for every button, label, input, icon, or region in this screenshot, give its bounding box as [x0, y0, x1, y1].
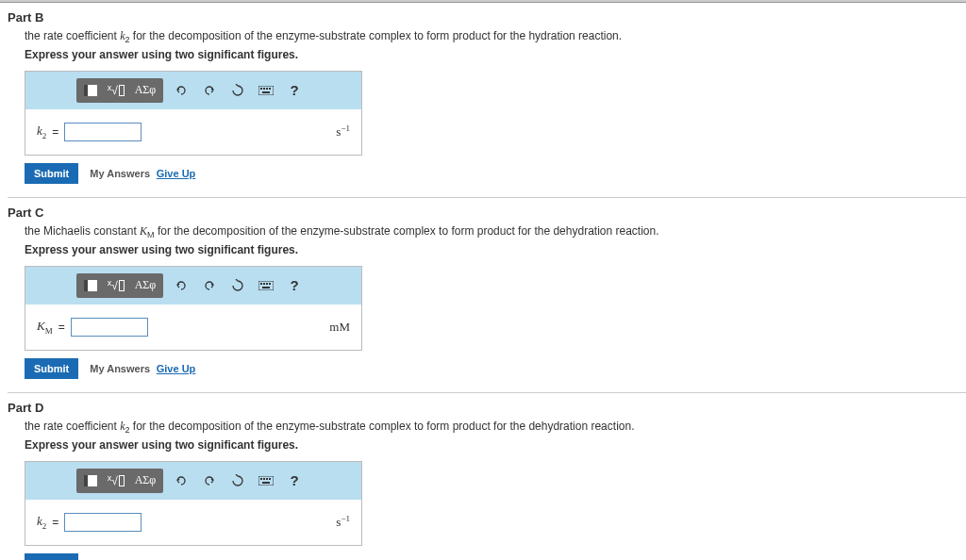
svg-rect-10: [258, 281, 274, 290]
input-row: k2 = s−1: [25, 500, 361, 545]
svg-rect-12: [263, 283, 265, 285]
svg-rect-13: [266, 283, 268, 285]
svg-rect-7: [262, 91, 270, 93]
desc-pre: the rate coefficient: [25, 420, 120, 433]
svg-rect-18: [258, 476, 274, 486]
svg-rect-3: [260, 88, 262, 90]
answer-input[interactable]: [64, 123, 142, 141]
submit-button[interactable]: Submit: [25, 358, 78, 379]
desc-post: for the decomposition of the enzyme-subs…: [130, 29, 623, 42]
part-instruction: Express your answer using two significan…: [25, 48, 966, 61]
equation-toolbar: x√ ΑΣφ ?: [25, 267, 361, 305]
equation-toolbar: x√ ΑΣφ ?: [25, 72, 361, 109]
action-row: Submit My Answers Give Up: [25, 163, 966, 184]
reset-button[interactable]: [227, 470, 248, 491]
toolbar-group-dark: x√ ΑΣφ: [76, 78, 163, 103]
action-row: Submit My Answers Give Up: [25, 553, 966, 560]
svg-rect-4: [263, 88, 265, 90]
svg-rect-1: [84, 85, 88, 96]
template-button[interactable]: [78, 80, 103, 101]
svg-rect-17: [84, 475, 88, 486]
answer-input[interactable]: [64, 513, 142, 532]
undo-button[interactable]: [171, 275, 192, 296]
svg-rect-5: [266, 88, 268, 90]
part-d: Part D the rate coefficient k2 for the d…: [0, 393, 966, 560]
links-group: My Answers Give Up: [90, 167, 195, 180]
svg-rect-9: [84, 280, 88, 291]
my-answers-link[interactable]: My Answers: [90, 363, 150, 374]
reset-button[interactable]: [227, 275, 248, 296]
submit-button[interactable]: Submit: [25, 163, 78, 184]
desc-pre: the rate coefficient: [25, 29, 120, 42]
greek-button[interactable]: ΑΣφ: [129, 80, 161, 101]
action-row: Submit My Answers Give Up: [25, 358, 966, 379]
my-answers-link[interactable]: My Answers: [90, 168, 150, 179]
greek-button[interactable]: ΑΣφ: [129, 470, 161, 491]
part-c: Part C the Michaelis constant KM for the…: [0, 198, 966, 393]
part-body: the rate coefficient k2 for the decompos…: [8, 419, 966, 560]
keyboard-button[interactable]: [256, 470, 276, 491]
svg-rect-19: [260, 478, 262, 480]
part-description: the rate coefficient k2 for the decompos…: [25, 419, 966, 436]
input-row: k2 = s−1: [25, 109, 361, 155]
svg-rect-11: [260, 283, 262, 285]
part-body: the Michaelis constant KM for the decomp…: [8, 223, 966, 393]
input-row: KM = mM: [25, 305, 361, 350]
unit-label: s−1: [336, 514, 350, 530]
template-button[interactable]: [78, 470, 103, 491]
help-button[interactable]: ?: [284, 80, 305, 101]
svg-rect-22: [269, 478, 271, 480]
svg-rect-20: [263, 478, 265, 480]
answer-box: x√ ΑΣφ ? KM = mM: [25, 266, 362, 351]
help-button[interactable]: ?: [284, 275, 305, 296]
svg-rect-15: [262, 287, 270, 288]
svg-rect-6: [269, 88, 271, 90]
unit-label: mM: [329, 319, 350, 335]
desc-post: for the decomposition of the enzyme-subs…: [130, 420, 635, 433]
greek-button[interactable]: ΑΣφ: [129, 275, 161, 296]
redo-button[interactable]: [199, 80, 220, 101]
math-button[interactable]: x√: [104, 275, 128, 296]
redo-button[interactable]: [199, 470, 220, 491]
answer-input[interactable]: [71, 318, 148, 337]
part-b: Part B the rate coefficient k2 for the d…: [0, 3, 966, 198]
undo-button[interactable]: [171, 470, 192, 491]
part-header: Part B: [8, 10, 966, 25]
part-description: the Michaelis constant KM for the decomp…: [25, 223, 966, 241]
equals-sign: =: [52, 125, 58, 139]
equals-sign: =: [58, 321, 65, 334]
toolbar-group-dark: x√ ΑΣφ: [76, 469, 163, 493]
answer-box: x√ ΑΣφ ? k2 = s−1: [25, 461, 362, 546]
part-instruction: Express your answer using two significan…: [25, 243, 966, 256]
answer-box: x√ ΑΣφ ? k2 = s−1: [25, 71, 362, 156]
keyboard-button[interactable]: [256, 80, 276, 101]
part-instruction: Express your answer using two significan…: [25, 438, 966, 452]
svg-rect-21: [266, 478, 268, 480]
desc-var: K: [140, 224, 147, 238]
give-up-link[interactable]: Give Up: [157, 168, 196, 179]
variable-label: KM: [37, 319, 53, 336]
part-header: Part D: [8, 401, 966, 415]
links-group: My Answers Give Up: [90, 362, 195, 375]
variable-label: k2: [37, 124, 46, 140]
page-container: Part B the rate coefficient k2 for the d…: [0, 0, 966, 560]
redo-button[interactable]: [199, 275, 220, 296]
math-button[interactable]: x√: [104, 80, 128, 101]
part-body: the rate coefficient k2 for the decompos…: [8, 28, 966, 198]
desc-sub: M: [147, 230, 155, 239]
variable-label: k2: [37, 514, 46, 531]
desc-pre: the Michaelis constant: [25, 224, 140, 238]
toolbar-group-dark: x√ ΑΣφ: [76, 273, 163, 298]
help-button[interactable]: ?: [284, 470, 305, 491]
template-button[interactable]: [78, 275, 103, 296]
equals-sign: =: [52, 516, 58, 529]
submit-button[interactable]: Submit: [25, 553, 78, 560]
undo-button[interactable]: [171, 80, 192, 101]
math-button[interactable]: x√: [104, 470, 128, 491]
unit-label: s−1: [336, 124, 350, 140]
keyboard-button[interactable]: [256, 275, 276, 296]
reset-button[interactable]: [227, 80, 248, 101]
give-up-link[interactable]: Give Up: [157, 363, 196, 374]
svg-rect-14: [269, 283, 271, 285]
desc-post: for the decomposition of the enzyme-subs…: [155, 224, 659, 238]
